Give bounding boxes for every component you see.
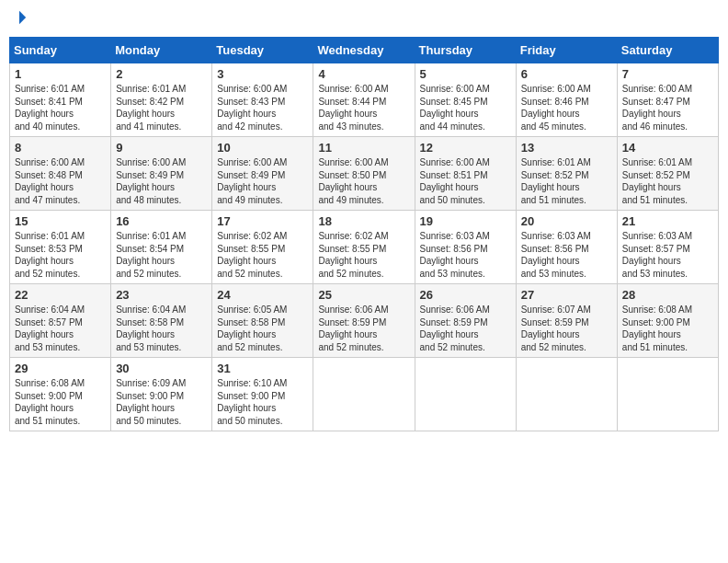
calendar-cell: 5 Sunrise: 6:00 AMSunset: 8:45 PMDayligh… <box>415 63 516 137</box>
calendar-cell: 3 Sunrise: 6:00 AMSunset: 8:43 PMDayligh… <box>212 63 313 137</box>
calendar-cell: 14 Sunrise: 6:01 AMSunset: 8:52 PMDaylig… <box>617 137 718 211</box>
calendar-header-thursday: Thursday <box>415 38 516 63</box>
calendar-week-4: 22 Sunrise: 6:04 AMSunset: 8:57 PMDaylig… <box>10 284 719 358</box>
calendar-cell: 10 Sunrise: 6:00 AMSunset: 8:49 PMDaylig… <box>212 137 313 211</box>
day-number: 21 <box>622 214 713 228</box>
day-number: 11 <box>318 141 409 155</box>
calendar-table: SundayMondayTuesdayWednesdayThursdayFrid… <box>9 37 719 431</box>
day-number: 12 <box>420 141 511 155</box>
calendar-cell <box>516 358 617 431</box>
calendar-cell: 26 Sunrise: 6:06 AMSunset: 8:59 PMDaylig… <box>415 284 516 358</box>
day-number: 20 <box>521 214 612 228</box>
day-number: 17 <box>217 214 308 228</box>
day-number: 24 <box>217 288 308 302</box>
calendar-header-row: SundayMondayTuesdayWednesdayThursdayFrid… <box>10 38 719 63</box>
calendar-cell: 11 Sunrise: 6:00 AMSunset: 8:50 PMDaylig… <box>313 137 415 211</box>
day-number: 9 <box>116 141 207 155</box>
cell-info: Sunrise: 6:00 AMSunset: 8:45 PMDaylight … <box>420 84 490 132</box>
cell-info: Sunrise: 6:01 AMSunset: 8:52 PMDaylight … <box>622 157 692 205</box>
calendar-cell: 7 Sunrise: 6:00 AMSunset: 8:47 PMDayligh… <box>617 63 718 137</box>
cell-info: Sunrise: 6:10 AMSunset: 9:00 PMDaylight … <box>217 378 287 426</box>
day-number: 30 <box>116 362 207 375</box>
page-header <box>9 9 719 29</box>
cell-info: Sunrise: 6:08 AMSunset: 9:00 PMDaylight … <box>622 304 692 352</box>
cell-info: Sunrise: 6:07 AMSunset: 8:59 PMDaylight … <box>521 304 591 352</box>
cell-info: Sunrise: 6:05 AMSunset: 8:58 PMDaylight … <box>217 304 287 352</box>
calendar-cell: 19 Sunrise: 6:03 AMSunset: 8:56 PMDaylig… <box>415 211 516 284</box>
calendar-week-2: 8 Sunrise: 6:00 AMSunset: 8:48 PMDayligh… <box>10 137 719 211</box>
calendar-cell: 30 Sunrise: 6:09 AMSunset: 9:00 PMDaylig… <box>111 358 212 431</box>
calendar-cell: 20 Sunrise: 6:03 AMSunset: 8:56 PMDaylig… <box>516 211 617 284</box>
day-number: 5 <box>420 67 511 81</box>
cell-info: Sunrise: 6:00 AMSunset: 8:43 PMDaylight … <box>217 84 287 132</box>
day-number: 13 <box>521 141 612 155</box>
calendar-cell: 31 Sunrise: 6:10 AMSunset: 9:00 PMDaylig… <box>212 358 313 431</box>
logo-icon <box>11 9 28 26</box>
cell-info: Sunrise: 6:00 AMSunset: 8:49 PMDaylight … <box>217 157 287 205</box>
day-number: 28 <box>622 288 713 302</box>
cell-info: Sunrise: 6:09 AMSunset: 9:00 PMDaylight … <box>116 378 186 426</box>
logo <box>9 9 28 29</box>
cell-info: Sunrise: 6:03 AMSunset: 8:57 PMDaylight … <box>622 231 692 279</box>
calendar-cell: 12 Sunrise: 6:00 AMSunset: 8:51 PMDaylig… <box>415 137 516 211</box>
calendar-cell: 22 Sunrise: 6:04 AMSunset: 8:57 PMDaylig… <box>10 284 111 358</box>
calendar-header-wednesday: Wednesday <box>313 38 415 63</box>
day-number: 4 <box>318 67 409 81</box>
calendar-header-tuesday: Tuesday <box>212 38 313 63</box>
cell-info: Sunrise: 6:01 AMSunset: 8:42 PMDaylight … <box>116 84 186 132</box>
cell-info: Sunrise: 6:04 AMSunset: 8:58 PMDaylight … <box>116 304 186 352</box>
cell-info: Sunrise: 6:00 AMSunset: 8:49 PMDaylight … <box>116 157 186 205</box>
calendar-cell: 24 Sunrise: 6:05 AMSunset: 8:58 PMDaylig… <box>212 284 313 358</box>
calendar-cell: 23 Sunrise: 6:04 AMSunset: 8:58 PMDaylig… <box>111 284 212 358</box>
day-number: 7 <box>622 67 713 81</box>
calendar-week-1: 1 Sunrise: 6:01 AMSunset: 8:41 PMDayligh… <box>10 63 719 137</box>
calendar-header-friday: Friday <box>516 38 617 63</box>
calendar-cell: 4 Sunrise: 6:00 AMSunset: 8:44 PMDayligh… <box>313 63 415 137</box>
cell-info: Sunrise: 6:04 AMSunset: 8:57 PMDaylight … <box>15 304 85 352</box>
day-number: 25 <box>318 288 409 302</box>
cell-info: Sunrise: 6:02 AMSunset: 8:55 PMDaylight … <box>318 231 388 279</box>
calendar-cell <box>313 358 415 431</box>
day-number: 19 <box>420 214 511 228</box>
day-number: 27 <box>521 288 612 302</box>
cell-info: Sunrise: 6:03 AMSunset: 8:56 PMDaylight … <box>420 231 490 279</box>
calendar-cell: 6 Sunrise: 6:00 AMSunset: 8:46 PMDayligh… <box>516 63 617 137</box>
calendar-header-monday: Monday <box>111 38 212 63</box>
cell-info: Sunrise: 6:00 AMSunset: 8:50 PMDaylight … <box>318 157 388 205</box>
calendar-cell <box>617 358 718 431</box>
calendar-cell: 15 Sunrise: 6:01 AMSunset: 8:53 PMDaylig… <box>10 211 111 284</box>
calendar-cell: 9 Sunrise: 6:00 AMSunset: 8:49 PMDayligh… <box>111 137 212 211</box>
cell-info: Sunrise: 6:03 AMSunset: 8:56 PMDaylight … <box>521 231 591 279</box>
cell-info: Sunrise: 6:00 AMSunset: 8:44 PMDaylight … <box>318 84 388 132</box>
cell-info: Sunrise: 6:00 AMSunset: 8:51 PMDaylight … <box>420 157 490 205</box>
calendar-body: 1 Sunrise: 6:01 AMSunset: 8:41 PMDayligh… <box>10 63 719 431</box>
calendar-cell: 13 Sunrise: 6:01 AMSunset: 8:52 PMDaylig… <box>516 137 617 211</box>
cell-info: Sunrise: 6:06 AMSunset: 8:59 PMDaylight … <box>420 304 490 352</box>
cell-info: Sunrise: 6:06 AMSunset: 8:59 PMDaylight … <box>318 304 388 352</box>
day-number: 18 <box>318 214 409 228</box>
day-number: 6 <box>521 67 612 81</box>
day-number: 26 <box>420 288 511 302</box>
calendar-cell: 21 Sunrise: 6:03 AMSunset: 8:57 PMDaylig… <box>617 211 718 284</box>
day-number: 23 <box>116 288 207 302</box>
cell-info: Sunrise: 6:01 AMSunset: 8:52 PMDaylight … <box>521 157 591 205</box>
calendar-cell: 29 Sunrise: 6:08 AMSunset: 9:00 PMDaylig… <box>10 358 111 431</box>
calendar-header-saturday: Saturday <box>617 38 718 63</box>
day-number: 14 <box>622 141 713 155</box>
calendar-week-3: 15 Sunrise: 6:01 AMSunset: 8:53 PMDaylig… <box>10 211 719 284</box>
calendar-cell: 25 Sunrise: 6:06 AMSunset: 8:59 PMDaylig… <box>313 284 415 358</box>
calendar-cell: 28 Sunrise: 6:08 AMSunset: 9:00 PMDaylig… <box>617 284 718 358</box>
cell-info: Sunrise: 6:01 AMSunset: 8:41 PMDaylight … <box>15 84 85 132</box>
calendar-cell: 2 Sunrise: 6:01 AMSunset: 8:42 PMDayligh… <box>111 63 212 137</box>
calendar-cell <box>415 358 516 431</box>
calendar-week-5: 29 Sunrise: 6:08 AMSunset: 9:00 PMDaylig… <box>10 358 719 431</box>
cell-info: Sunrise: 6:02 AMSunset: 8:55 PMDaylight … <box>217 231 287 279</box>
day-number: 8 <box>15 141 106 155</box>
calendar-cell: 8 Sunrise: 6:00 AMSunset: 8:48 PMDayligh… <box>10 137 111 211</box>
day-number: 3 <box>217 67 308 81</box>
day-number: 1 <box>15 67 106 81</box>
day-number: 10 <box>217 141 308 155</box>
calendar-cell: 16 Sunrise: 6:01 AMSunset: 8:54 PMDaylig… <box>111 211 212 284</box>
day-number: 15 <box>15 214 106 228</box>
day-number: 2 <box>116 67 207 81</box>
